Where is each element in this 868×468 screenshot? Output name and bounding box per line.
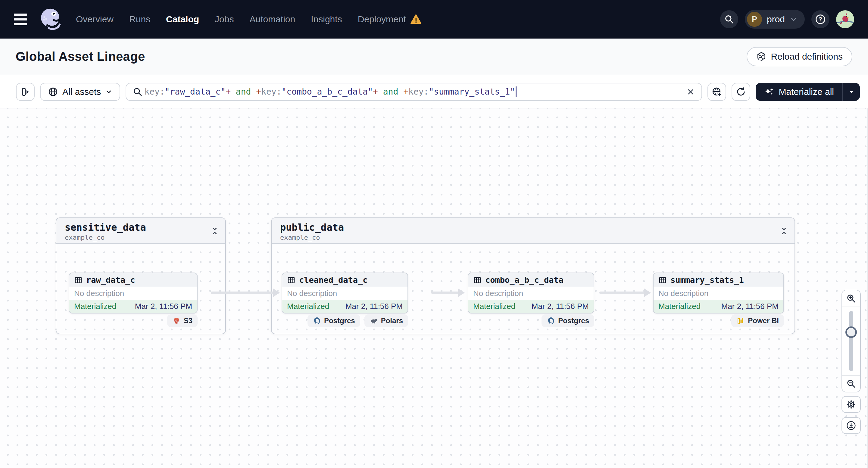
materialization-timestamp[interactable]: Mar 2, 11:56 PM	[721, 302, 779, 311]
query-text[interactable]: key:"raw_data_c"+ and +key:"combo_a_b_c_…	[144, 87, 684, 97]
status-badge: Materialized	[658, 302, 701, 311]
kind-badge-s3[interactable]: S3	[167, 314, 197, 327]
environment-switcher[interactable]: P prod	[745, 10, 805, 29]
kind-badges-cleaned: Postgres Polars	[282, 314, 408, 327]
asset-name: cleaned_data_c	[299, 275, 368, 285]
open-panel-button[interactable]	[16, 83, 35, 101]
close-icon	[686, 88, 695, 96]
group-title: public_data	[280, 222, 786, 233]
zoom-out-button[interactable]	[842, 376, 860, 392]
nav-item-jobs[interactable]: Jobs	[215, 14, 234, 24]
svg-text:?: ?	[818, 16, 822, 23]
nav-item-insights[interactable]: Insights	[311, 14, 342, 24]
collapse-group-button[interactable]	[211, 226, 219, 237]
menu-icon[interactable]	[14, 13, 27, 25]
filter-bar: All assets key:"raw_data_c"+ and +key:"c…	[0, 75, 868, 108]
asset-node-header: cleaned_data_c	[282, 273, 407, 287]
nav-links: Overview Runs Catalog Jobs Automation In…	[76, 14, 422, 25]
chevron-down-icon	[105, 88, 112, 95]
group-location: example_co	[280, 234, 786, 241]
nav-left	[14, 7, 63, 31]
page-header: Global Asset Lineage Reload definitions	[0, 38, 868, 75]
asset-node-summary-stats-1[interactable]: summary_stats_1 No description Materiali…	[653, 273, 784, 313]
globe-plus-icon	[712, 87, 722, 97]
asset-description: No description	[282, 287, 407, 300]
search-button[interactable]	[720, 10, 738, 28]
nav-item-overview[interactable]: Overview	[76, 14, 114, 24]
kind-badges-raw: S3	[69, 314, 197, 327]
kind-badge-postgres[interactable]: Postgres	[541, 314, 594, 327]
search-icon	[724, 14, 734, 24]
asset-node-header: summary_stats_1	[654, 273, 783, 287]
asset-name: raw_data_c	[86, 275, 135, 285]
collapse-group-button[interactable]	[780, 226, 788, 237]
zoom-controls	[841, 290, 861, 393]
clear-query-button[interactable]	[686, 88, 695, 96]
kind-badge-powerbi[interactable]: Power BI	[731, 314, 784, 327]
graph-settings-button[interactable]	[841, 396, 861, 413]
asset-status-row: Materialized Mar 2, 11:56 PM	[282, 300, 407, 313]
group-location: example_co	[65, 234, 217, 241]
zoom-slider[interactable]	[842, 307, 860, 376]
asset-status-row: Materialized Mar 2, 11:56 PM	[468, 300, 594, 313]
reload-definitions-button[interactable]: Reload definitions	[747, 47, 852, 66]
sparkles-icon	[764, 87, 774, 97]
warning-icon	[410, 14, 422, 25]
help-button[interactable]: ?	[811, 10, 830, 28]
help-icon: ?	[815, 14, 826, 25]
top-nav: Overview Runs Catalog Jobs Automation In…	[0, 0, 868, 38]
environment-avatar: P	[747, 12, 762, 27]
materialization-timestamp[interactable]: Mar 2, 11:56 PM	[532, 302, 589, 311]
refresh-graph-button[interactable]	[732, 83, 750, 101]
asset-node-header: raw_data_c	[69, 273, 197, 287]
nav-item-catalog[interactable]: Catalog	[166, 14, 199, 24]
kind-badge-polars[interactable]: Polars	[365, 314, 408, 327]
download-icon	[846, 420, 856, 431]
user-avatar[interactable]	[836, 10, 854, 28]
nav-item-runs[interactable]: Runs	[129, 14, 150, 24]
edge-cleaned-to-combo	[431, 291, 458, 294]
chevron-down-icon	[847, 88, 855, 96]
materialize-all-button[interactable]: Materialize all	[756, 83, 860, 101]
reload-definitions-label: Reload definitions	[771, 52, 843, 62]
zoom-in-button[interactable]	[842, 290, 860, 307]
materialize-options-button[interactable]	[842, 83, 860, 101]
s3-icon	[172, 316, 181, 325]
kind-badge-postgres[interactable]: Postgres	[308, 314, 360, 327]
table-icon	[287, 276, 296, 284]
zoom-slider-handle[interactable]	[845, 326, 857, 338]
asset-node-raw-data-c[interactable]: raw_data_c No description Materialized M…	[69, 273, 197, 313]
asset-name: summary_stats_1	[671, 275, 744, 285]
asset-scope-dropdown[interactable]: All assets	[40, 83, 120, 101]
asset-search-input[interactable]: key:"raw_data_c"+ and +key:"combo_a_b_c_…	[126, 83, 702, 101]
asset-description: No description	[468, 287, 594, 300]
nav-item-deployment[interactable]: Deployment	[358, 14, 406, 24]
nav-item-automation[interactable]: Automation	[249, 14, 295, 24]
postgres-icon	[313, 316, 321, 325]
asset-node-combo-a-b-c-data[interactable]: combo_a_b_c_data No description Material…	[468, 273, 594, 313]
materialize-all-main[interactable]: Materialize all	[756, 83, 842, 101]
download-image-button[interactable]	[841, 417, 861, 434]
group-header: sensitive_data example_co	[56, 218, 225, 244]
asset-node-header: combo_a_b_c_data	[468, 273, 594, 287]
asset-description: No description	[69, 287, 197, 300]
group-header: public_data example_co	[272, 218, 795, 244]
postgres-icon	[547, 316, 555, 325]
asset-status-row: Materialized Mar 2, 11:56 PM	[654, 300, 783, 313]
collapse-icon	[211, 226, 219, 236]
zoom-slider-track[interactable]	[849, 311, 853, 371]
asset-node-cleaned-data-c[interactable]: cleaned_data_c No description Materializ…	[282, 273, 408, 313]
materialization-timestamp[interactable]: Mar 2, 11:56 PM	[345, 302, 403, 311]
group-title: sensitive_data	[65, 222, 217, 233]
gear-icon	[846, 399, 856, 410]
lineage-canvas[interactable]: sensitive_data example_co public_data ex…	[0, 108, 868, 468]
text-caret	[516, 87, 517, 97]
refresh-icon	[736, 87, 746, 97]
dagster-logo-icon[interactable]	[39, 7, 63, 31]
status-badge: Materialized	[74, 302, 116, 311]
save-selection-button[interactable]	[708, 83, 726, 101]
status-badge: Materialized	[473, 302, 515, 311]
materialization-timestamp[interactable]: Mar 2, 11:56 PM	[135, 302, 192, 311]
zoom-out-icon	[846, 379, 856, 388]
kind-badges-combo: Postgres	[468, 314, 594, 327]
